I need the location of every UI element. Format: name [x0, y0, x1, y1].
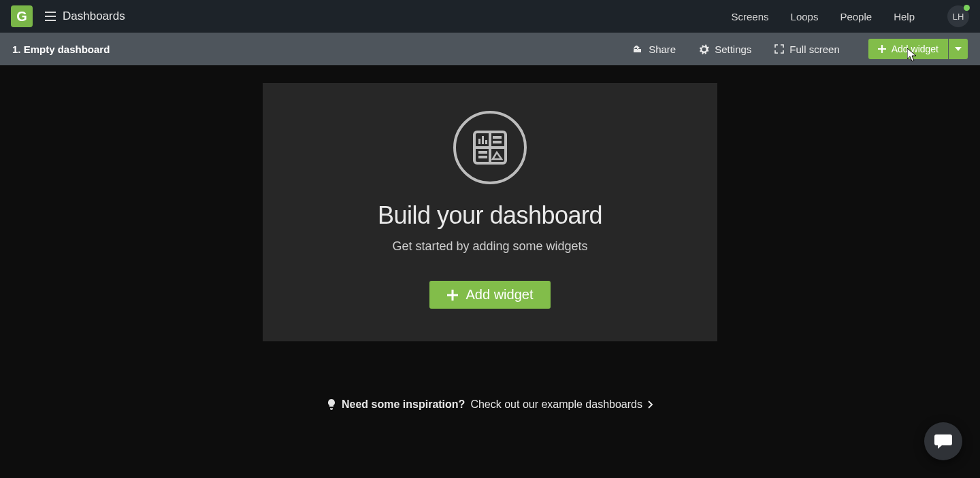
share-label: Share [649, 44, 676, 55]
add-widget-label: Add widget [892, 44, 938, 54]
dashboard-title: 1. Empty dashboard [12, 44, 110, 55]
svg-rect-6 [485, 140, 487, 144]
top-navbar: G Dashboards Screens Loops People Help L… [0, 0, 980, 33]
dashboard-toolbar: 1. Empty dashboard Share Settings Full s… [0, 33, 980, 65]
lightbulb-icon [327, 398, 336, 411]
fullscreen-label: Full screen [789, 44, 839, 55]
app-logo[interactable]: G [11, 5, 33, 27]
nav-screens[interactable]: Screens [732, 11, 769, 22]
add-widget-cta[interactable]: Add widget [429, 281, 551, 309]
svg-rect-9 [478, 151, 487, 154]
plus-icon [878, 45, 886, 53]
nav-help[interactable]: Help [894, 11, 915, 22]
menu-icon[interactable] [45, 12, 56, 21]
nav-loops[interactable]: Loops [791, 11, 819, 22]
chat-icon [934, 432, 953, 450]
plus-icon [447, 290, 458, 301]
share-button[interactable]: Share [632, 44, 676, 55]
add-widget-button[interactable]: Add widget [868, 39, 948, 59]
user-avatar[interactable]: LH [947, 5, 969, 27]
caret-down-icon [955, 47, 962, 51]
inspiration-bold: Need some inspiration? [342, 398, 465, 411]
empty-state-card: Build your dashboard Get started by addi… [263, 83, 717, 341]
main-content: Build your dashboard Get started by addi… [0, 65, 980, 411]
nav-people[interactable]: People [840, 11, 872, 22]
svg-rect-8 [493, 141, 502, 143]
svg-rect-5 [482, 136, 484, 144]
settings-button[interactable]: Settings [699, 44, 751, 55]
share-icon [632, 44, 643, 54]
empty-title: Build your dashboard [378, 201, 602, 230]
nav-links: Screens Loops People Help LH [732, 5, 969, 27]
chevron-right-icon [648, 400, 653, 409]
expand-icon [774, 44, 784, 54]
add-widget-dropdown[interactable] [949, 39, 968, 59]
add-widget-cta-label: Add widget [466, 287, 534, 303]
fullscreen-button[interactable]: Full screen [774, 44, 839, 55]
svg-rect-4 [478, 139, 480, 144]
gear-icon [699, 44, 709, 54]
inspiration-text: Check out our example dashboards [470, 398, 642, 411]
chat-launcher[interactable] [924, 422, 962, 460]
svg-rect-7 [493, 136, 502, 139]
dashboard-icon [453, 110, 527, 185]
svg-rect-10 [478, 156, 487, 158]
toolbar-actions: Share Settings Full screen Add widget [632, 39, 968, 59]
settings-label: Settings [715, 44, 751, 55]
empty-subtitle: Get started by adding some widgets [392, 239, 587, 254]
inspiration-link[interactable]: Need some inspiration? Check out our exa… [327, 398, 653, 411]
add-widget-group: Add widget [868, 39, 968, 59]
page-title: Dashboards [63, 10, 125, 23]
